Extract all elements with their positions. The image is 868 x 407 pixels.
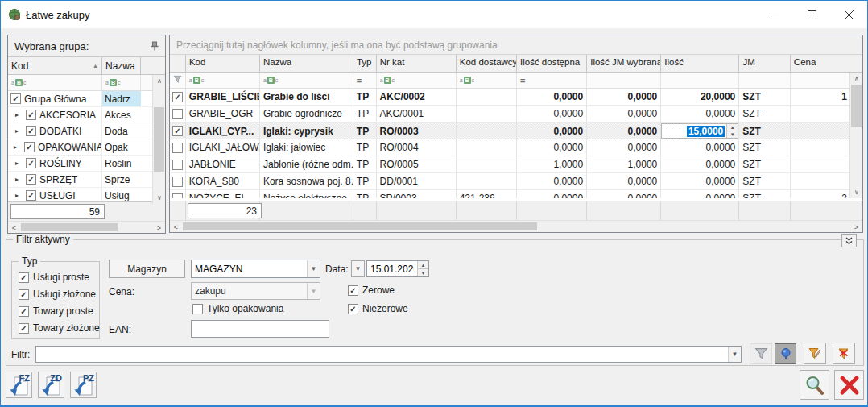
minimize-button[interactable] xyxy=(756,1,793,28)
column-filter-cell[interactable] xyxy=(661,73,739,88)
checkbox-unchecked-icon[interactable] xyxy=(172,109,183,119)
cell-dostawca[interactable] xyxy=(457,173,517,189)
cell-nazwa[interactable]: Iglaki: jałowiec xyxy=(260,139,353,156)
quantity-spinner[interactable]: ▲▼ xyxy=(726,124,738,138)
column-header-dostepna[interactable]: Ilość dostępna xyxy=(517,55,587,72)
column-header-typ[interactable]: Typ xyxy=(353,55,377,72)
table-row[interactable]: GRABIE_LIŚCIEGrabie do liściTPAKC/00020,… xyxy=(170,89,862,106)
column-header-dostawca[interactable]: Kod dostawcy xyxy=(457,55,517,72)
cell-ilosc[interactable]: 20,0000 xyxy=(661,89,739,105)
scroll-up-icon[interactable]: ∧ xyxy=(153,75,166,87)
checkbox-unchecked-icon[interactable] xyxy=(192,304,203,314)
cell-typ[interactable]: TP xyxy=(353,173,377,189)
cell-typ[interactable]: TP xyxy=(353,123,377,139)
cell-nazwa[interactable]: Jabłonie (różne odm... xyxy=(260,156,353,172)
cell-nrkat[interactable]: RO/0005 xyxy=(377,156,457,172)
tree-kod-cell[interactable]: ▸AKCESORIA xyxy=(8,107,102,123)
cell-ilosc[interactable]: 0,0000 xyxy=(661,190,739,198)
cancel-button[interactable] xyxy=(834,370,864,400)
magazyn-value[interactable] xyxy=(192,260,307,277)
cell-kod[interactable]: NOŻYCE_EL xyxy=(186,190,260,198)
cell-sel[interactable] xyxy=(170,156,186,172)
cell-sel[interactable] xyxy=(170,139,186,156)
ean-value[interactable] xyxy=(192,321,329,337)
cell-dostawca[interactable]: 421-236 xyxy=(457,190,517,198)
expand-arrow-icon[interactable]: ▸ xyxy=(15,160,23,167)
column-filter-cell[interactable] xyxy=(587,73,661,88)
column-filter-cell[interactable] xyxy=(170,73,186,88)
cell-nazwa[interactable]: Iglaki: cyprysik xyxy=(260,123,353,139)
cell-dostepna[interactable]: 0,0000 xyxy=(517,123,587,139)
cell-jm[interactable]: SZT xyxy=(739,123,790,139)
cell-jmwybrana[interactable]: 0,0000 xyxy=(587,106,661,122)
column-header-sel[interactable] xyxy=(170,55,186,72)
checkbox-unchecked-icon[interactable] xyxy=(172,177,183,187)
date-spinner[interactable]: ▲▼ xyxy=(417,261,428,276)
checkbox-checked-icon[interactable] xyxy=(26,126,36,136)
scroll-left-icon[interactable]: < xyxy=(8,222,20,234)
checkbox-checked-icon[interactable] xyxy=(26,174,36,185)
expand-arrow-icon[interactable]: ▸ xyxy=(15,176,23,183)
expand-arrow-icon[interactable]: ▸ xyxy=(15,127,23,135)
type-option-1[interactable]: Usługi proste xyxy=(19,272,89,283)
checkbox-checked-icon[interactable] xyxy=(19,323,29,334)
cell-sel[interactable] xyxy=(170,89,186,105)
cell-jm[interactable]: SZT xyxy=(739,173,790,189)
cell-dostepna[interactable]: 1,0000 xyxy=(517,156,587,172)
tree-row[interactable]: ▸DODATKIDoda xyxy=(8,123,165,139)
cell-jmwybrana[interactable]: 0,0000 xyxy=(587,173,661,189)
column-header-cena[interactable]: Cena xyxy=(791,55,862,72)
tree-kod-cell[interactable]: Grupa Główna xyxy=(8,91,102,106)
table-row[interactable]: IGLAKI_JAŁOW...Iglaki: jałowiecTPRO/0004… xyxy=(170,139,862,156)
filtr-value[interactable] xyxy=(36,347,728,362)
tylko-opakowania-checkbox[interactable]: Tylko opakowania xyxy=(192,303,283,314)
cell-ilosc[interactable]: 0,0000 xyxy=(661,173,739,189)
checkbox-unchecked-icon[interactable] xyxy=(172,160,183,170)
tree-row[interactable]: ▸SPRZĘTSprze xyxy=(8,172,165,188)
tree-nazwa-cell[interactable]: Roślin xyxy=(102,156,141,171)
checkbox-checked-icon[interactable] xyxy=(172,126,183,136)
cell-jmwybrana[interactable]: 1,0000 xyxy=(587,156,661,172)
column-filter-cell[interactable]: = xyxy=(517,73,587,88)
tree-kod-cell[interactable]: ▸OPAKOWANIA xyxy=(8,139,102,155)
column-header-nazwa[interactable]: Nazwa xyxy=(102,57,141,74)
edit-filter-button[interactable] xyxy=(804,343,826,364)
scroll-right-icon[interactable]: > xyxy=(153,222,165,234)
cell-dostepna[interactable]: 0,0000 xyxy=(517,190,587,198)
checkbox-checked-icon[interactable] xyxy=(24,142,35,152)
cell-sel[interactable] xyxy=(170,123,186,139)
scroll-left-icon[interactable]: < xyxy=(170,221,182,233)
chevron-down-icon[interactable]: ▼ xyxy=(307,260,320,277)
cell-dostawca[interactable] xyxy=(457,156,517,172)
cell-nrkat[interactable]: RO/0004 xyxy=(377,139,457,156)
tree-nazwa-cell[interactable]: Akces xyxy=(102,107,141,123)
spin-up-icon[interactable]: ▲ xyxy=(418,261,428,269)
cell-sel[interactable] xyxy=(170,106,186,122)
clear-filter-button[interactable] xyxy=(833,343,855,364)
cell-nazwa[interactable]: Kora sosnowa poj. 8... xyxy=(260,173,353,189)
checkbox-checked-icon[interactable] xyxy=(172,92,183,102)
checkbox-unchecked-icon[interactable] xyxy=(172,193,183,199)
column-filter-cell[interactable]: = xyxy=(353,73,377,88)
cell-kod[interactable]: IGLAKI_JAŁOW... xyxy=(186,139,260,156)
column-filter-cell[interactable]: aBc xyxy=(186,73,260,88)
date-value[interactable] xyxy=(367,261,417,276)
cell-jmwybrana[interactable]: 0,0000 xyxy=(587,139,661,156)
cell-nrkat[interactable]: AKC/0001 xyxy=(377,106,457,122)
cell-ilosc[interactable]: 0,0000 xyxy=(661,106,739,122)
cell-dostawca[interactable] xyxy=(457,106,517,122)
magazyn-button[interactable]: Magazyn xyxy=(109,260,185,278)
contains-filter-icon[interactable]: aBc xyxy=(460,77,474,84)
column-filter-cell[interactable]: aBc xyxy=(377,73,457,88)
contains-filter-icon[interactable]: aBc xyxy=(380,77,395,84)
checkbox-checked-icon[interactable] xyxy=(10,93,21,104)
checkbox-unchecked-icon[interactable] xyxy=(172,143,183,153)
expand-arrow-icon[interactable]: ▸ xyxy=(15,111,23,118)
cell-typ[interactable]: TP xyxy=(353,89,377,105)
niezerowe-checkbox[interactable]: Niezerowe xyxy=(348,303,408,314)
cell-nazwa[interactable]: Nożyce elektryczne xyxy=(260,190,353,198)
cell-jm[interactable]: SZT xyxy=(739,156,790,172)
checkbox-checked-icon[interactable] xyxy=(19,289,29,300)
expand-arrow-icon[interactable]: ▸ xyxy=(15,192,23,199)
filter-funnel-toggle[interactable] xyxy=(750,343,772,364)
